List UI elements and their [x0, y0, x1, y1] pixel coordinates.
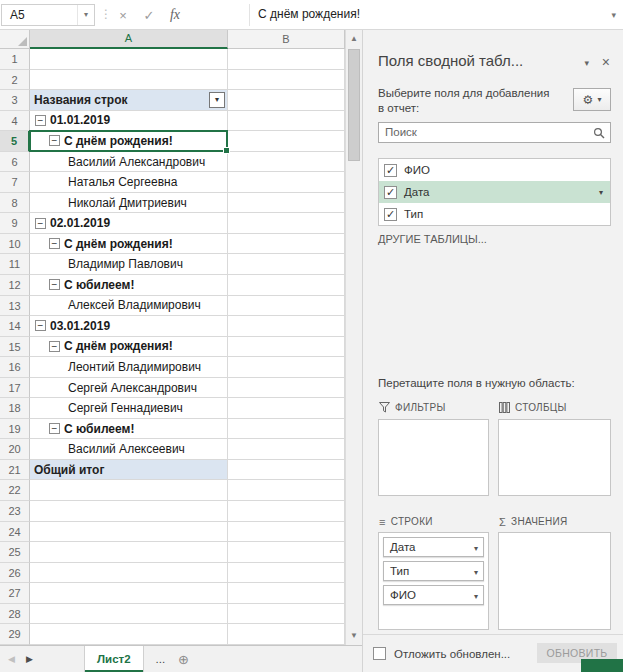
cell-a10[interactable]: −С днём рождения! [30, 234, 228, 255]
cell-a8[interactable]: Николай Дмитриевич [30, 193, 228, 214]
cell-b2[interactable] [228, 70, 345, 91]
cell-b28[interactable] [228, 604, 345, 625]
row-header[interactable]: 18 [0, 398, 30, 419]
field-row[interactable]: ✓Тип [379, 203, 610, 225]
field-chip[interactable]: Тип▾ [383, 561, 484, 581]
cell-b4[interactable] [228, 111, 345, 132]
cell-a12[interactable]: −С юбилеем! [30, 275, 228, 296]
cell-a26[interactable] [30, 563, 228, 584]
tab-nav-prev-icon[interactable]: ◀ [8, 654, 15, 664]
cell-a29[interactable] [30, 624, 228, 645]
scroll-up-icon[interactable]: ▲ [346, 31, 362, 47]
cell-b27[interactable] [228, 583, 345, 604]
values-dropzone[interactable] [498, 532, 611, 630]
cell-a17[interactable]: Сергей Александрович [30, 378, 228, 399]
cell-a21[interactable]: Общий итог [30, 460, 228, 481]
cell-a14[interactable]: −03.01.2019 [30, 316, 228, 337]
chevron-down-icon[interactable]: ▾ [599, 188, 603, 197]
cell-b6[interactable] [228, 152, 345, 173]
cell-b11[interactable] [228, 254, 345, 275]
row-header[interactable]: 25 [0, 542, 30, 563]
row-header[interactable]: 29 [0, 624, 30, 645]
cell-a23[interactable] [30, 501, 228, 522]
scroll-down-icon[interactable]: ▼ [346, 628, 362, 644]
field-row[interactable]: ✓ФИО [379, 159, 610, 181]
insert-function-button[interactable]: fx [164, 4, 186, 26]
row-header[interactable]: 12 [0, 275, 30, 296]
cell-b14[interactable] [228, 316, 345, 337]
cell-a9[interactable]: −02.01.2019 [30, 213, 228, 234]
rows-dropzone[interactable]: Дата▾Тип▾ФИО▾ [378, 532, 489, 630]
cell-b13[interactable] [228, 296, 345, 317]
cell-a15[interactable]: −С днём рождения! [30, 337, 228, 358]
chevron-down-icon[interactable]: ▾ [474, 568, 478, 577]
cell-b10[interactable] [228, 234, 345, 255]
cell-b5[interactable] [228, 131, 345, 152]
scroll-thumb[interactable] [348, 49, 360, 161]
chevron-down-icon[interactable]: ▾ [474, 544, 478, 553]
row-header[interactable]: 17 [0, 378, 30, 399]
cell-b15[interactable] [228, 337, 345, 358]
cell-a1[interactable] [30, 49, 228, 70]
cell-b18[interactable] [228, 398, 345, 419]
cell-a13[interactable]: Алексей Владимирович [30, 296, 228, 317]
row-header[interactable]: 15 [0, 337, 30, 358]
close-icon[interactable]: × [602, 54, 610, 70]
collapse-icon[interactable]: − [49, 341, 60, 352]
search-input[interactable]: Поиск [378, 122, 611, 143]
cell-a25[interactable] [30, 542, 228, 563]
cell-b12[interactable] [228, 275, 345, 296]
row-header[interactable]: 5 [0, 131, 30, 152]
formula-input[interactable]: С днём рождения! [258, 0, 360, 29]
cell-a18[interactable]: Сергей Геннадиевич [30, 398, 228, 419]
row-header[interactable]: 11 [0, 254, 30, 275]
row-header[interactable]: 24 [0, 522, 30, 543]
row-header[interactable]: 10 [0, 234, 30, 255]
row-header[interactable]: 20 [0, 439, 30, 460]
row-header[interactable]: 22 [0, 480, 30, 501]
cell-b9[interactable] [228, 213, 345, 234]
cell-a11[interactable]: Владимир Павлович [30, 254, 228, 275]
collapse-icon[interactable]: − [35, 115, 46, 126]
cell-b16[interactable] [228, 357, 345, 378]
row-header[interactable]: 13 [0, 296, 30, 317]
row-header[interactable]: 27 [0, 583, 30, 604]
field-checkbox[interactable]: ✓ [384, 164, 397, 177]
field-chip[interactable]: ФИО▾ [383, 585, 484, 605]
more-tables-link[interactable]: ДРУГИЕ ТАБЛИЦЫ... [378, 233, 487, 245]
defer-update-checkbox[interactable] [373, 647, 386, 660]
cell-a19[interactable]: −С юбилеем! [30, 419, 228, 440]
row-header[interactable]: 14 [0, 316, 30, 337]
cell-a2[interactable] [30, 70, 228, 91]
cell-b17[interactable] [228, 378, 345, 399]
field-chip[interactable]: Дата▾ [383, 537, 484, 557]
collapse-icon[interactable]: − [49, 238, 60, 249]
vertical-scrollbar[interactable]: ▲ ▼ [345, 30, 362, 645]
cell-b19[interactable] [228, 419, 345, 440]
cell-a3[interactable]: Названия строк▾ [30, 90, 228, 111]
formula-bar-expand-icon[interactable]: ▾ [611, 10, 616, 20]
column-header-b[interactable]: B [228, 30, 345, 49]
enter-icon[interactable]: ✓ [138, 4, 160, 26]
columns-dropzone[interactable] [498, 419, 611, 496]
cell-a27[interactable] [30, 583, 228, 604]
cell-b8[interactable] [228, 193, 345, 214]
row-header[interactable]: 4 [0, 111, 30, 132]
filter-dropdown-icon[interactable]: ▾ [209, 92, 225, 108]
collapse-icon[interactable]: − [49, 279, 60, 290]
row-header[interactable]: 8 [0, 193, 30, 214]
row-header[interactable]: 7 [0, 172, 30, 193]
row-header[interactable]: 28 [0, 604, 30, 625]
row-header[interactable]: 6 [0, 152, 30, 173]
row-header[interactable]: 23 [0, 501, 30, 522]
collapse-icon[interactable]: − [35, 320, 46, 331]
row-header[interactable]: 9 [0, 213, 30, 234]
field-checkbox[interactable]: ✓ [384, 186, 397, 199]
row-header[interactable]: 1 [0, 49, 30, 70]
cell-a20[interactable]: Василий Алексеевич [30, 439, 228, 460]
cell-b26[interactable] [228, 563, 345, 584]
collapse-icon[interactable]: − [49, 423, 60, 434]
sheet-tab[interactable]: Лист2 [84, 646, 144, 672]
cell-b25[interactable] [228, 542, 345, 563]
row-header[interactable]: 21 [0, 460, 30, 481]
